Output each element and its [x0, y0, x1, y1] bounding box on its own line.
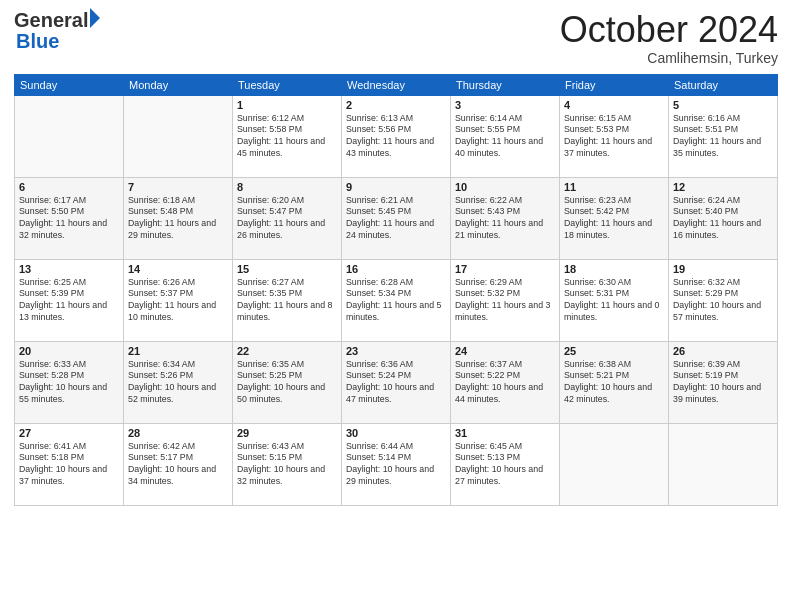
- calendar-cell: 20Sunrise: 6:33 AMSunset: 5:28 PMDayligh…: [15, 341, 124, 423]
- calendar-cell: 14Sunrise: 6:26 AMSunset: 5:37 PMDayligh…: [124, 259, 233, 341]
- calendar-cell: 17Sunrise: 6:29 AMSunset: 5:32 PMDayligh…: [451, 259, 560, 341]
- day-number: 17: [455, 263, 555, 275]
- day-number: 1: [237, 99, 337, 111]
- calendar-cell: 22Sunrise: 6:35 AMSunset: 5:25 PMDayligh…: [233, 341, 342, 423]
- calendar-cell: 3Sunrise: 6:14 AMSunset: 5:55 PMDaylight…: [451, 95, 560, 177]
- calendar-cell: 16Sunrise: 6:28 AMSunset: 5:34 PMDayligh…: [342, 259, 451, 341]
- day-info: Sunrise: 6:12 AMSunset: 5:58 PMDaylight:…: [237, 113, 337, 161]
- calendar-cell: 7Sunrise: 6:18 AMSunset: 5:48 PMDaylight…: [124, 177, 233, 259]
- calendar-cell: 2Sunrise: 6:13 AMSunset: 5:56 PMDaylight…: [342, 95, 451, 177]
- day-info: Sunrise: 6:29 AMSunset: 5:32 PMDaylight:…: [455, 277, 555, 325]
- day-number: 16: [346, 263, 446, 275]
- day-info: Sunrise: 6:34 AMSunset: 5:26 PMDaylight:…: [128, 359, 228, 407]
- calendar: Sunday Monday Tuesday Wednesday Thursday…: [14, 74, 778, 506]
- day-number: 26: [673, 345, 773, 357]
- calendar-cell: [124, 95, 233, 177]
- day-info: Sunrise: 6:25 AMSunset: 5:39 PMDaylight:…: [19, 277, 119, 325]
- calendar-week-4: 20Sunrise: 6:33 AMSunset: 5:28 PMDayligh…: [15, 341, 778, 423]
- col-saturday: Saturday: [669, 74, 778, 95]
- day-number: 10: [455, 181, 555, 193]
- page: General Blue October 2024 Camlihemsin, T…: [0, 0, 792, 612]
- col-friday: Friday: [560, 74, 669, 95]
- calendar-week-3: 13Sunrise: 6:25 AMSunset: 5:39 PMDayligh…: [15, 259, 778, 341]
- calendar-cell: 4Sunrise: 6:15 AMSunset: 5:53 PMDaylight…: [560, 95, 669, 177]
- col-wednesday: Wednesday: [342, 74, 451, 95]
- col-sunday: Sunday: [15, 74, 124, 95]
- day-number: 29: [237, 427, 337, 439]
- day-info: Sunrise: 6:37 AMSunset: 5:22 PMDaylight:…: [455, 359, 555, 407]
- logo-blue-text: Blue: [16, 30, 59, 52]
- logo-triangle-icon: [90, 8, 100, 28]
- day-number: 23: [346, 345, 446, 357]
- calendar-cell: 8Sunrise: 6:20 AMSunset: 5:47 PMDaylight…: [233, 177, 342, 259]
- day-info: Sunrise: 6:30 AMSunset: 5:31 PMDaylight:…: [564, 277, 664, 325]
- day-number: 27: [19, 427, 119, 439]
- day-info: Sunrise: 6:27 AMSunset: 5:35 PMDaylight:…: [237, 277, 337, 325]
- calendar-cell: 24Sunrise: 6:37 AMSunset: 5:22 PMDayligh…: [451, 341, 560, 423]
- calendar-cell: 15Sunrise: 6:27 AMSunset: 5:35 PMDayligh…: [233, 259, 342, 341]
- day-number: 14: [128, 263, 228, 275]
- day-number: 6: [19, 181, 119, 193]
- calendar-cell: 10Sunrise: 6:22 AMSunset: 5:43 PMDayligh…: [451, 177, 560, 259]
- day-info: Sunrise: 6:22 AMSunset: 5:43 PMDaylight:…: [455, 195, 555, 243]
- day-number: 15: [237, 263, 337, 275]
- day-number: 25: [564, 345, 664, 357]
- day-number: 8: [237, 181, 337, 193]
- day-number: 24: [455, 345, 555, 357]
- day-info: Sunrise: 6:41 AMSunset: 5:18 PMDaylight:…: [19, 441, 119, 489]
- logo: General Blue: [14, 10, 100, 53]
- day-info: Sunrise: 6:17 AMSunset: 5:50 PMDaylight:…: [19, 195, 119, 243]
- title-block: October 2024 Camlihemsin, Turkey: [560, 10, 778, 66]
- day-info: Sunrise: 6:42 AMSunset: 5:17 PMDaylight:…: [128, 441, 228, 489]
- month-title: October 2024: [560, 10, 778, 50]
- day-info: Sunrise: 6:39 AMSunset: 5:19 PMDaylight:…: [673, 359, 773, 407]
- calendar-cell: [560, 423, 669, 505]
- day-info: Sunrise: 6:13 AMSunset: 5:56 PMDaylight:…: [346, 113, 446, 161]
- calendar-cell: 1Sunrise: 6:12 AMSunset: 5:58 PMDaylight…: [233, 95, 342, 177]
- day-number: 4: [564, 99, 664, 111]
- day-info: Sunrise: 6:18 AMSunset: 5:48 PMDaylight:…: [128, 195, 228, 243]
- day-number: 21: [128, 345, 228, 357]
- day-number: 28: [128, 427, 228, 439]
- calendar-cell: 23Sunrise: 6:36 AMSunset: 5:24 PMDayligh…: [342, 341, 451, 423]
- calendar-week-2: 6Sunrise: 6:17 AMSunset: 5:50 PMDaylight…: [15, 177, 778, 259]
- calendar-cell: 18Sunrise: 6:30 AMSunset: 5:31 PMDayligh…: [560, 259, 669, 341]
- day-number: 7: [128, 181, 228, 193]
- calendar-week-1: 1Sunrise: 6:12 AMSunset: 5:58 PMDaylight…: [15, 95, 778, 177]
- day-number: 5: [673, 99, 773, 111]
- calendar-cell: 27Sunrise: 6:41 AMSunset: 5:18 PMDayligh…: [15, 423, 124, 505]
- calendar-week-5: 27Sunrise: 6:41 AMSunset: 5:18 PMDayligh…: [15, 423, 778, 505]
- day-number: 20: [19, 345, 119, 357]
- calendar-cell: 30Sunrise: 6:44 AMSunset: 5:14 PMDayligh…: [342, 423, 451, 505]
- day-info: Sunrise: 6:36 AMSunset: 5:24 PMDaylight:…: [346, 359, 446, 407]
- day-number: 9: [346, 181, 446, 193]
- calendar-cell: 19Sunrise: 6:32 AMSunset: 5:29 PMDayligh…: [669, 259, 778, 341]
- day-number: 11: [564, 181, 664, 193]
- day-info: Sunrise: 6:33 AMSunset: 5:28 PMDaylight:…: [19, 359, 119, 407]
- day-info: Sunrise: 6:44 AMSunset: 5:14 PMDaylight:…: [346, 441, 446, 489]
- calendar-cell: 28Sunrise: 6:42 AMSunset: 5:17 PMDayligh…: [124, 423, 233, 505]
- calendar-cell: 9Sunrise: 6:21 AMSunset: 5:45 PMDaylight…: [342, 177, 451, 259]
- day-number: 13: [19, 263, 119, 275]
- day-info: Sunrise: 6:45 AMSunset: 5:13 PMDaylight:…: [455, 441, 555, 489]
- day-info: Sunrise: 6:43 AMSunset: 5:15 PMDaylight:…: [237, 441, 337, 489]
- calendar-cell: 29Sunrise: 6:43 AMSunset: 5:15 PMDayligh…: [233, 423, 342, 505]
- day-number: 18: [564, 263, 664, 275]
- day-info: Sunrise: 6:28 AMSunset: 5:34 PMDaylight:…: [346, 277, 446, 325]
- day-info: Sunrise: 6:35 AMSunset: 5:25 PMDaylight:…: [237, 359, 337, 407]
- calendar-cell: [15, 95, 124, 177]
- day-number: 2: [346, 99, 446, 111]
- day-number: 30: [346, 427, 446, 439]
- calendar-cell: 13Sunrise: 6:25 AMSunset: 5:39 PMDayligh…: [15, 259, 124, 341]
- day-number: 22: [237, 345, 337, 357]
- day-info: Sunrise: 6:24 AMSunset: 5:40 PMDaylight:…: [673, 195, 773, 243]
- logo-general-text: General: [14, 10, 88, 30]
- day-info: Sunrise: 6:21 AMSunset: 5:45 PMDaylight:…: [346, 195, 446, 243]
- subtitle: Camlihemsin, Turkey: [560, 50, 778, 66]
- calendar-cell: 11Sunrise: 6:23 AMSunset: 5:42 PMDayligh…: [560, 177, 669, 259]
- day-number: 31: [455, 427, 555, 439]
- day-number: 12: [673, 181, 773, 193]
- calendar-cell: 25Sunrise: 6:38 AMSunset: 5:21 PMDayligh…: [560, 341, 669, 423]
- col-thursday: Thursday: [451, 74, 560, 95]
- col-monday: Monday: [124, 74, 233, 95]
